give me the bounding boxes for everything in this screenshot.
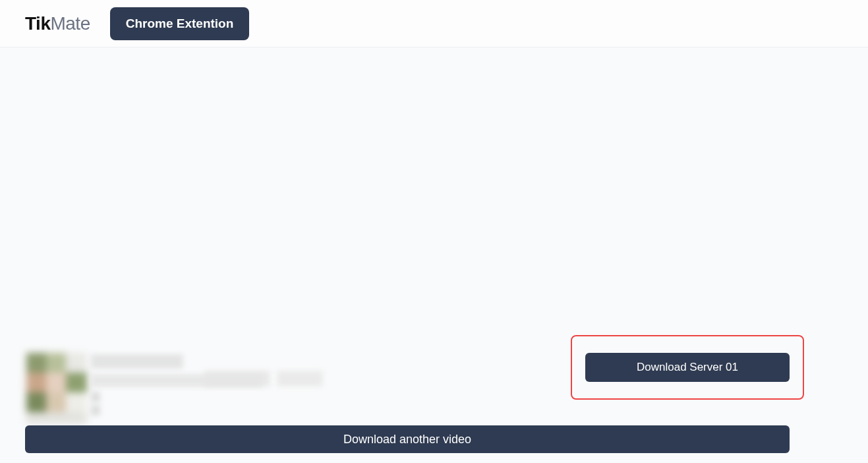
download-server-button[interactable]: Download Server 01: [585, 353, 790, 382]
header: TikMate Chrome Extention: [0, 0, 868, 47]
blurred-text-5: [91, 392, 100, 402]
logo-bold-part: Tik: [25, 13, 50, 34]
main-content: Download Server 01 Download another vide…: [0, 47, 868, 463]
chrome-extension-button[interactable]: Chrome Extention: [110, 7, 250, 40]
blurred-text-4: [277, 371, 323, 386]
logo-rest-part: Mate: [50, 13, 90, 34]
blurred-text-6: [91, 405, 100, 416]
blurred-text-1: [91, 354, 183, 369]
blurred-text-3: [204, 371, 270, 386]
download-another-button[interactable]: Download another video: [25, 425, 790, 453]
download-highlight-box: Download Server 01: [571, 335, 804, 400]
video-thumbnail: [26, 353, 87, 424]
site-logo[interactable]: TikMate: [25, 13, 90, 34]
